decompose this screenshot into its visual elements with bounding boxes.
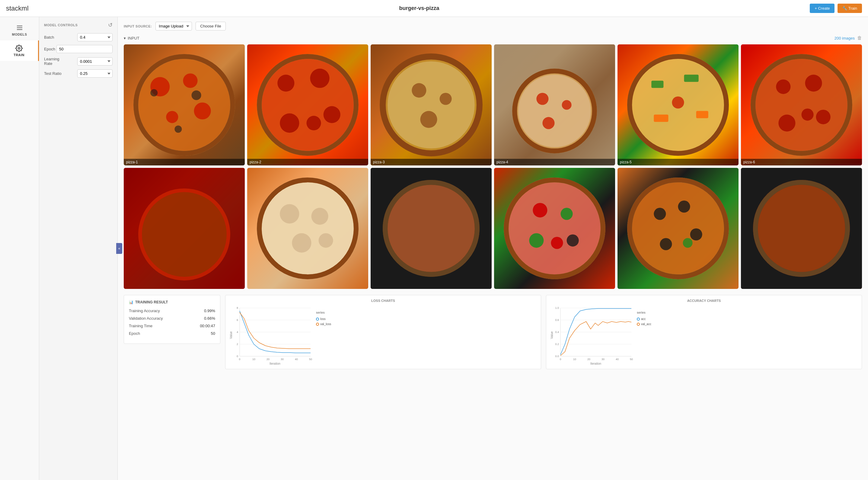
image-card-3[interactable]: pizza-3 bbox=[371, 44, 492, 166]
svg-point-45 bbox=[776, 80, 790, 94]
create-button[interactable]: + Create bbox=[810, 4, 835, 13]
svg-point-68 bbox=[561, 208, 573, 220]
image-card-1[interactable]: pizza-1 bbox=[124, 44, 245, 166]
learning-rate-select[interactable]: 0.0001 0.001 0.01 bbox=[77, 57, 113, 65]
batch-label: Batch bbox=[44, 35, 77, 39]
accuracy-chart-container: ACCURACY CHARTS Value bbox=[546, 295, 862, 369]
accuracy-chart-svg: Value 0.0 0.2 0. bbox=[550, 305, 634, 365]
svg-text:4: 4 bbox=[237, 331, 238, 334]
controls-header: MODEL CONTROLS ↺ bbox=[44, 22, 113, 28]
input-source-select[interactable]: Image Upload URL Camera bbox=[155, 22, 192, 30]
loss-legend-title: series bbox=[316, 311, 331, 314]
svg-text:40: 40 bbox=[295, 358, 298, 361]
trash-icon[interactable]: 🗑 bbox=[857, 35, 862, 41]
image-card-4[interactable]: pizza-4 bbox=[494, 44, 615, 166]
pizza-image-7 bbox=[124, 168, 245, 289]
svg-text:30: 30 bbox=[281, 358, 284, 361]
svg-text:0.0: 0.0 bbox=[555, 355, 559, 358]
batch-select[interactable]: 0.4 0.2 0.8 bbox=[77, 33, 113, 41]
pizza-image-3 bbox=[371, 44, 492, 166]
sidebar-item-train[interactable]: TRAIN bbox=[0, 40, 39, 61]
svg-point-77 bbox=[690, 229, 702, 241]
image-card-12[interactable] bbox=[741, 168, 862, 289]
gear-icon bbox=[16, 45, 23, 52]
pizza-image-4 bbox=[494, 44, 615, 166]
svg-text:2: 2 bbox=[237, 343, 238, 346]
svg-point-19 bbox=[306, 116, 321, 130]
image-card-5[interactable]: pizza-5 bbox=[618, 44, 739, 166]
pizza-image-11 bbox=[618, 168, 739, 289]
image-card-10[interactable] bbox=[494, 168, 615, 289]
svg-point-62 bbox=[388, 185, 475, 272]
svg-point-67 bbox=[533, 203, 547, 217]
input-source-bar: INPUT SOURCE: Image Upload URL Camera Ch… bbox=[124, 22, 862, 30]
train-button[interactable]: 🔧 Train bbox=[838, 4, 862, 13]
training-time-value: 00:00:47 bbox=[200, 324, 215, 328]
valloss-dot bbox=[316, 323, 319, 326]
pizza-image-5 bbox=[618, 44, 739, 166]
loss-label: loss bbox=[320, 317, 326, 321]
svg-point-71 bbox=[551, 237, 563, 249]
image-card-7[interactable] bbox=[124, 168, 245, 289]
svg-point-6 bbox=[183, 73, 197, 88]
sidebar-item-models[interactable]: MODELS bbox=[0, 20, 39, 40]
image-label-5: pizza-5 bbox=[618, 159, 739, 166]
svg-text:10: 10 bbox=[252, 358, 255, 361]
svg-point-76 bbox=[678, 201, 690, 213]
main-content: INPUT SOURCE: Image Upload URL Camera Ch… bbox=[118, 17, 868, 480]
app-body: MODELS TRAIN MODEL CONTROLS ↺ Batch 0.4 … bbox=[0, 17, 868, 480]
svg-text:40: 40 bbox=[616, 358, 619, 361]
svg-text:30: 30 bbox=[601, 358, 604, 361]
header-actions: + Create 🔧 Train bbox=[810, 4, 862, 13]
svg-point-49 bbox=[802, 109, 814, 121]
loss-chart-svg: Value 0 2 4 bbox=[229, 305, 314, 365]
test-ratio-select[interactable]: 0.25 0.1 0.3 bbox=[77, 69, 113, 78]
accuracy-chart-title: ACCURACY CHARTS bbox=[550, 299, 858, 302]
loss-chart-wrapper: Value 0 2 4 bbox=[229, 305, 537, 365]
epoch-label: Epoch bbox=[44, 47, 56, 51]
image-card-9[interactable] bbox=[371, 168, 492, 289]
svg-point-31 bbox=[536, 93, 548, 105]
acc-label: acc bbox=[641, 317, 646, 321]
svg-point-18 bbox=[280, 114, 299, 133]
svg-text:0: 0 bbox=[560, 358, 561, 361]
image-label-4: pizza-4 bbox=[494, 159, 615, 166]
validation-accuracy-label: Validation Accuracy bbox=[129, 316, 163, 321]
svg-point-25 bbox=[440, 93, 452, 105]
acc-dot bbox=[637, 318, 640, 321]
svg-point-8 bbox=[166, 111, 178, 123]
svg-point-41 bbox=[672, 96, 684, 109]
svg-text:Value: Value bbox=[229, 331, 233, 339]
svg-text:50: 50 bbox=[630, 358, 633, 361]
valacc-label: val_acc bbox=[641, 322, 651, 326]
epoch-result-value: 50 bbox=[211, 331, 215, 336]
valacc-dot bbox=[637, 323, 640, 326]
reset-button[interactable]: ↺ bbox=[108, 22, 113, 28]
acc-legend-title: series bbox=[637, 311, 651, 314]
input-section-header: ▾ INPUT 200 images 🗑 bbox=[124, 35, 862, 41]
loss-chart-container: LOSS CHARTS Value bbox=[225, 295, 541, 369]
loss-dot bbox=[316, 318, 319, 321]
svg-point-54 bbox=[262, 182, 354, 274]
svg-point-32 bbox=[562, 100, 571, 110]
svg-point-24 bbox=[412, 83, 426, 97]
image-card-2[interactable]: pizza-2 bbox=[247, 44, 368, 166]
choose-file-button[interactable]: Choose File bbox=[195, 22, 225, 30]
training-accuracy-row: Training Accuracy 0.99% bbox=[129, 308, 215, 313]
collapse-panel-button[interactable]: « bbox=[116, 243, 122, 254]
svg-text:6: 6 bbox=[237, 319, 238, 322]
epoch-input[interactable] bbox=[56, 45, 113, 53]
epoch-row: Epoch bbox=[44, 45, 113, 53]
pizza-image-12 bbox=[741, 168, 862, 289]
image-card-6[interactable]: pizza-6 bbox=[741, 44, 862, 166]
svg-rect-2 bbox=[17, 29, 22, 30]
svg-point-47 bbox=[816, 110, 831, 124]
svg-text:0: 0 bbox=[237, 355, 238, 358]
svg-text:Iteration: Iteration bbox=[270, 362, 280, 365]
image-card-8[interactable] bbox=[247, 168, 368, 289]
svg-point-48 bbox=[778, 115, 795, 131]
svg-point-22 bbox=[388, 61, 475, 149]
controls-title: MODEL CONTROLS bbox=[44, 23, 78, 27]
epoch-result-label: Epoch bbox=[129, 331, 140, 336]
image-card-11[interactable] bbox=[618, 168, 739, 289]
